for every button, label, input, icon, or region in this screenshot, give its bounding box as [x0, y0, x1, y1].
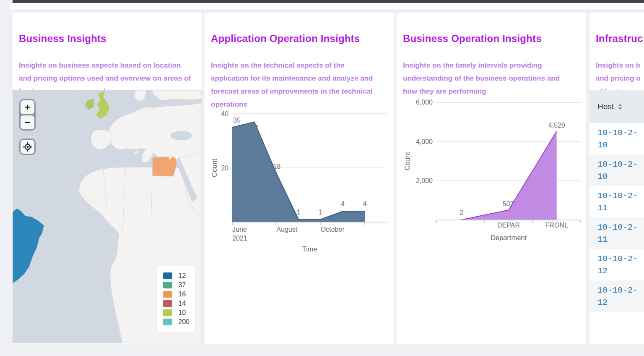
legend-row: 10	[163, 309, 190, 317]
legend-row: 16	[163, 291, 190, 298]
table-row: 10-10-2-12	[589, 280, 644, 312]
panel-title: Business Insights	[19, 33, 106, 44]
x-tick-label: June	[232, 226, 247, 233]
world-map[interactable]: + − 1237161410200	[13, 90, 202, 343]
legend-swatch	[163, 282, 172, 288]
table-row: 10-10-2-11	[589, 186, 644, 217]
table-header: Host	[589, 90, 644, 123]
data-label: 4,529	[548, 122, 565, 129]
baltic-sea	[145, 95, 157, 102]
panel-title: Business Operation Insights	[403, 33, 542, 44]
panel-title: Application Operation Insights	[211, 33, 360, 44]
map-legend: 1237161410200	[157, 266, 195, 332]
black-sea	[170, 131, 192, 140]
x-tick-label: August	[276, 226, 297, 233]
data-label: 4	[363, 200, 367, 207]
y-tick-label: 2,000	[416, 177, 433, 184]
data-label: 507	[503, 200, 514, 207]
data-label: 1	[297, 209, 301, 216]
panel-business-insights: Business Insights Insights on business a…	[13, 13, 202, 344]
legend-swatch	[163, 272, 172, 279]
panel-subtitle: Insights on the technical aspects of the…	[211, 59, 383, 111]
data-label: 35	[233, 117, 241, 124]
island-sicily	[142, 154, 145, 158]
legend-row: 200	[163, 318, 190, 326]
data-label: 4	[341, 200, 345, 207]
x-tick-label: FRONL	[545, 222, 568, 229]
panel-title: Infrastruc	[596, 33, 643, 44]
legend-swatch	[163, 309, 172, 316]
host-cell[interactable]: 10-10-2-12	[597, 284, 639, 309]
panel-infrastructure-insights: Infrastruc Insights on b and pricing o o…	[589, 13, 644, 344]
x-tick-label: DEPAR	[497, 222, 520, 229]
zoom-out-button[interactable]: −	[21, 115, 34, 129]
legend-label: 10	[178, 309, 186, 317]
y-axis-title: Count	[210, 159, 218, 177]
table-row: 10-10-2-10	[589, 154, 644, 186]
y-axis-title: Count	[403, 152, 411, 170]
area-series	[232, 122, 365, 222]
map-zoom-control: + −	[19, 99, 36, 131]
legend-swatch	[163, 291, 172, 298]
x-axis-title: Time	[302, 245, 317, 253]
data-label: 18	[273, 163, 280, 170]
data-label: 1	[319, 209, 322, 216]
legend-swatch	[163, 300, 172, 307]
table-row: 10-10-2-12	[589, 249, 644, 280]
legend-label: 200	[178, 318, 190, 326]
x-axis-title: Department	[491, 234, 527, 241]
subtitle-line: Insights on b	[596, 59, 644, 72]
legend-row: 37	[163, 281, 190, 289]
legend-label: 16	[178, 291, 186, 298]
legend-row: 12	[163, 272, 190, 280]
subtitle-line: and pricing o	[596, 72, 644, 85]
legend-swatch	[163, 319, 172, 325]
host-cell[interactable]: 10-10-2-11	[597, 190, 639, 214]
x-tick-label: October	[321, 226, 345, 233]
zoom-in-button[interactable]: +	[21, 100, 34, 114]
y-tick-label: 40	[221, 110, 229, 118]
top-navbar	[13, 0, 644, 3]
business-operations-area-chart: 2,0004,0006,000DEPARFRONL25074,529Depart…	[397, 94, 586, 246]
island-sardinia	[135, 151, 138, 154]
application-operations-area-chart: 2040June2021AugustOctober3537181144TimeC…	[205, 107, 394, 258]
table-row: 10-10-2-11	[589, 217, 644, 249]
data-label: 2	[460, 209, 463, 216]
y-tick-label: 20	[221, 165, 229, 172]
panel-application-operation-insights: Application Operation Insights Insights …	[205, 13, 394, 344]
host-cell[interactable]: 10-10-2-11	[597, 221, 639, 246]
locate-button[interactable]	[21, 140, 34, 154]
host-cell[interactable]: 10-10-2-10	[597, 158, 639, 183]
map-locate-control	[19, 139, 36, 155]
host-table-body: 10-10-2-1010-10-2-1010-10-2-1110-10-2-11…	[589, 123, 644, 312]
data-label: 37	[251, 124, 259, 131]
y-tick-label: 6,000	[416, 99, 433, 106]
column-header-label: Host	[597, 102, 614, 111]
legend-row: 14	[163, 300, 190, 307]
x-tick-label: 2021	[232, 235, 247, 242]
panel-subtitle: Insights on the timely intervals providi…	[403, 59, 575, 98]
column-header-host[interactable]: Host	[597, 102, 622, 111]
country-egypt[interactable]	[152, 157, 177, 176]
host-cell[interactable]: 10-10-2-10	[597, 127, 639, 151]
region-northeast-europe	[152, 90, 202, 100]
sort-icon	[618, 104, 622, 110]
y-tick-label: 4,000	[416, 138, 433, 145]
locate-icon	[23, 142, 33, 152]
legend-label: 37	[178, 281, 186, 289]
panel-business-operation-insights: Business Operation Insights Insights on …	[397, 13, 586, 344]
dashboard: Business Insights Insights on business a…	[0, 0, 644, 356]
legend-label: 14	[178, 300, 186, 307]
legend-label: 12	[178, 272, 186, 280]
host-cell[interactable]: 10-10-2-12	[597, 253, 639, 277]
page-header-strip	[9, 3, 644, 9]
table-row: 10-10-2-10	[589, 123, 644, 154]
